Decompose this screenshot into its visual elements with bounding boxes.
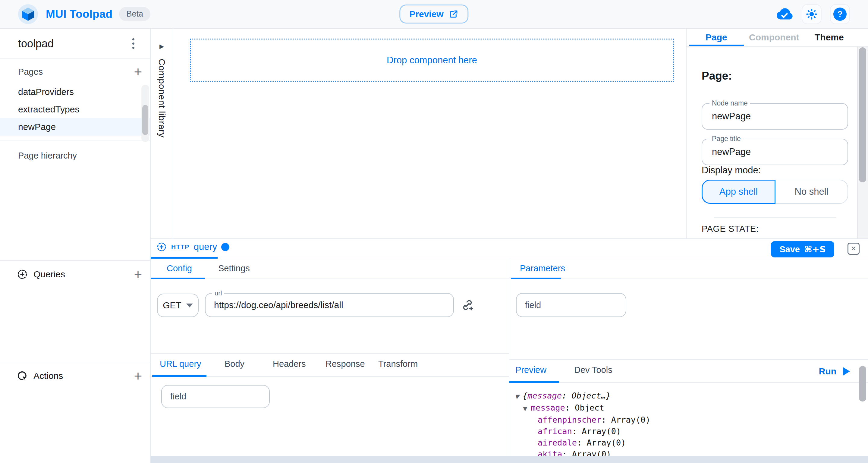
component-library-strip[interactable]: ▸ Component library (151, 29, 173, 239)
app-shell-toggle-button[interactable]: App shell (702, 180, 775, 204)
page-item-extractedtypes[interactable]: extractedTypes (0, 101, 150, 118)
pages-section-label: Pages (18, 67, 43, 77)
page-title-input[interactable] (702, 139, 847, 164)
json-tree-row: akita: Array(0) (509, 449, 857, 456)
queries-icon (17, 269, 28, 280)
run-button[interactable]: Run (819, 360, 850, 383)
page-title-field: Page title (702, 138, 848, 165)
page-state-label: PAGE STATE: (702, 224, 758, 234)
parameters-field-input[interactable] (517, 294, 626, 316)
help-button[interactable]: ? (830, 4, 850, 24)
result-scrollbar-thumb[interactable] (859, 366, 866, 402)
tab-transform[interactable]: Transform (378, 354, 418, 374)
mui-logo-icon[interactable] (18, 4, 38, 24)
tab-response[interactable]: Response (326, 354, 365, 374)
url-label: url (212, 289, 224, 297)
sidebar-divider (0, 260, 150, 261)
tab-page[interactable]: Page (706, 29, 727, 46)
save-shortcut-label: ⌘+S (804, 244, 826, 254)
url-query-field-input[interactable] (162, 385, 269, 407)
tab-preview[interactable]: Preview (516, 360, 547, 380)
queries-section-label: Queries (33, 269, 65, 279)
actions-section: Actions + (0, 362, 150, 385)
tab-headers[interactable]: Headers (273, 354, 306, 374)
query-tab[interactable]: HTTP query (156, 242, 229, 252)
parameters-tabs: Parameters (509, 258, 868, 279)
url-field: url (205, 293, 454, 317)
json-tree-row[interactable]: ▼message: Object (509, 402, 857, 414)
result-tabs: Preview Dev Tools Run (509, 359, 868, 383)
run-label: Run (819, 366, 836, 376)
json-tree-row: african: Array(0) (509, 426, 857, 437)
horizontal-scrollbar-track[interactable] (151, 456, 868, 463)
close-panel-button[interactable]: ✕ (847, 243, 860, 255)
play-icon (843, 367, 850, 376)
tab-theme[interactable]: Theme (815, 29, 844, 46)
tab-settings[interactable]: Settings (218, 258, 250, 279)
add-page-button[interactable]: + (130, 63, 147, 80)
query-name-label: query (194, 242, 217, 252)
queries-section-header: Queries + (0, 265, 150, 284)
sidebar-divider (0, 362, 150, 362)
theme-mode-button[interactable] (802, 4, 822, 24)
json-tree-row: affenpinscher: Array(0) (509, 414, 857, 426)
inspector-heading: Page: (702, 70, 732, 82)
project-menu-button[interactable] (130, 36, 137, 51)
node-name-input[interactable] (702, 104, 847, 129)
query-editor-header: HTTP query Save ⌘+S ✕ (151, 239, 868, 258)
external-link-icon (449, 9, 459, 19)
json-tree-row[interactable]: ▼{message: Object…} (509, 390, 857, 402)
tab-body[interactable]: Body (224, 354, 244, 374)
drop-zone-label: Drop component here (387, 55, 477, 66)
add-action-button[interactable]: + (130, 367, 147, 384)
unsaved-changes-dot (221, 243, 229, 251)
cloud-synced-icon (776, 7, 793, 21)
url-input[interactable] (206, 294, 453, 316)
tab-dev-tools[interactable]: Dev Tools (574, 360, 613, 380)
save-label: Save (779, 244, 800, 254)
http-method-select[interactable]: GET (157, 294, 198, 317)
page-canvas: Drop component here (173, 29, 686, 239)
project-row: toolpad (0, 29, 150, 59)
expand-library-chevron-icon[interactable]: ▸ (159, 41, 164, 51)
pages-section-header: Pages + (0, 63, 150, 80)
active-tab-underline (689, 44, 744, 46)
add-query-button[interactable]: + (130, 266, 147, 283)
inspector-tabs: Page Component Theme (687, 29, 868, 47)
tab-config[interactable]: Config (167, 258, 192, 279)
inspector-panel: Page Component Theme Page: Node name Pag… (686, 29, 868, 239)
beta-badge: Beta (119, 7, 150, 21)
query-parameters-column: Parameters Preview Dev Tools Run ▼{messa… (509, 258, 868, 463)
node-name-field: Node name (702, 103, 848, 130)
query-icon (156, 242, 167, 252)
actions-section-header: Actions + (0, 367, 150, 385)
app-title: MUI Toolpad (46, 8, 113, 21)
inspector-scrollbar-thumb[interactable] (859, 47, 866, 182)
preview-button[interactable]: Preview (399, 4, 468, 24)
tab-component[interactable]: Component (749, 29, 799, 46)
query-protocol-label: HTTP (171, 243, 190, 250)
chevron-down-icon (186, 304, 193, 307)
explorer-sidebar: toolpad Pages + dataProviders extractedT… (0, 29, 151, 463)
request-detail-tabs: URL query Body Headers Response Transfor… (151, 353, 509, 377)
save-button[interactable]: Save ⌘+S (771, 241, 834, 257)
page-title-label: Page title (710, 135, 743, 143)
no-shell-toggle-button[interactable]: No shell (775, 180, 848, 204)
actions-section-label: Actions (33, 371, 63, 381)
display-mode-toggle: App shell No shell (702, 180, 848, 204)
page-item-newpage[interactable]: newPage (0, 118, 150, 136)
actions-icon (17, 370, 28, 381)
query-config-column: Config Settings GET url (151, 258, 509, 463)
page-item-dataproviders[interactable]: dataProviders (0, 83, 150, 101)
pages-scrollbar-thumb[interactable] (142, 105, 148, 135)
display-mode-label: Display mode: (702, 165, 761, 176)
http-method-value: GET (163, 300, 181, 310)
tab-url-query[interactable]: URL query (160, 354, 201, 374)
bind-url-link-icon[interactable] (461, 298, 474, 313)
pages-list: dataProviders extractedTypes newPage (0, 83, 150, 136)
tab-parameters[interactable]: Parameters (520, 258, 565, 279)
question-mark-icon: ? (833, 7, 846, 21)
drop-zone[interactable]: Drop component here (190, 38, 674, 82)
json-tree-row: airedale: Array(0) (509, 437, 857, 449)
config-tab-underline (151, 278, 205, 279)
